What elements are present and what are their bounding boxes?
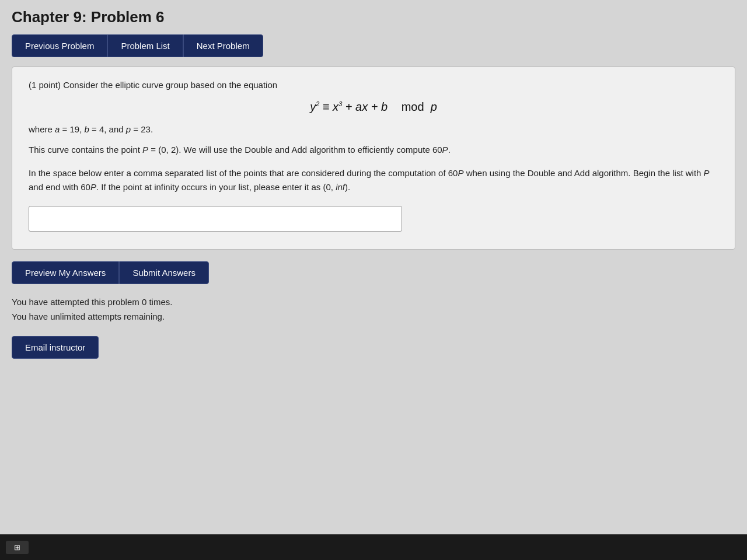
page-wrapper: Chapter 9: Problem 6 Previous Problem Pr… — [0, 0, 747, 560]
attempt-line2: You have unlimited attempts remaining. — [12, 309, 735, 324]
curve-point-line: This curve contains the point P = (0, 2)… — [29, 144, 718, 157]
next-problem-button[interactable]: Next Problem — [183, 34, 263, 57]
attempt-line1: You have attempted this problem 0 times. — [12, 295, 735, 310]
nav-buttons: Previous Problem Problem List Next Probl… — [12, 34, 735, 57]
taskbar-item[interactable]: ⊞ — [6, 541, 29, 554]
attempt-info: You have attempted this problem 0 times.… — [12, 295, 735, 324]
submit-answers-button[interactable]: Submit Answers — [119, 261, 209, 284]
email-instructor-button[interactable]: Email instructor — [12, 336, 99, 359]
bottom-buttons: Preview My Answers Submit Answers — [12, 261, 735, 284]
answer-input[interactable] — [29, 206, 402, 232]
problem-box: (1 point) Consider the elliptic curve gr… — [12, 66, 735, 250]
page-title: Chapter 9: Problem 6 — [12, 6, 735, 26]
problem-intro: (1 point) Consider the elliptic curve gr… — [29, 80, 718, 90]
params-line: where a = 19, b = 4, and p = 23. — [29, 124, 718, 134]
instruction-text: In the space below enter a comma separat… — [29, 166, 718, 194]
taskbar: ⊞ — [0, 534, 747, 560]
mod-text: mod p — [402, 100, 437, 113]
problem-list-button[interactable]: Problem List — [107, 34, 183, 57]
email-instructor-section: Email instructor — [12, 328, 735, 359]
equation-text: y2 ≡ x3 + ax + b — [310, 100, 390, 113]
prev-problem-button[interactable]: Previous Problem — [12, 34, 107, 57]
preview-answers-button[interactable]: Preview My Answers — [12, 261, 119, 284]
equation-block: y2 ≡ x3 + ax + b mod p — [29, 100, 718, 114]
